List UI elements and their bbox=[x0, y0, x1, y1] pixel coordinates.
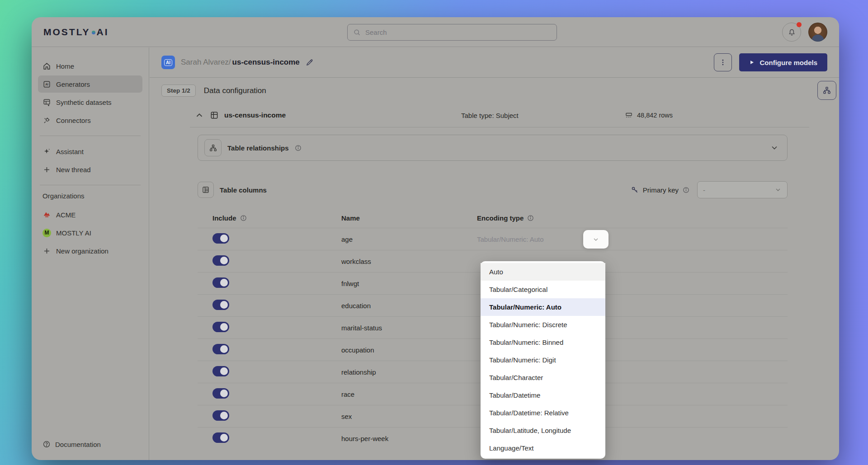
primary-key-select[interactable]: - bbox=[697, 181, 788, 198]
chevron-down-icon bbox=[592, 236, 599, 243]
dropdown-option-tabular-character[interactable]: Tabular/Character bbox=[481, 369, 605, 386]
plus-icon bbox=[42, 247, 51, 255]
search-placeholder: Search bbox=[365, 28, 387, 36]
include-toggle[interactable] bbox=[212, 255, 229, 266]
info-icon bbox=[683, 187, 689, 193]
dropdown-option-tabular-categorical[interactable]: Tabular/Categorical bbox=[481, 281, 605, 298]
expand-relationships-chevron-down-icon[interactable] bbox=[770, 143, 779, 152]
column-name: workclass bbox=[341, 258, 477, 265]
include-toggle[interactable] bbox=[212, 277, 229, 288]
sidebar-item-org-mostly-ai[interactable]: M MOSTLY AI bbox=[38, 224, 142, 241]
column-name: sex bbox=[341, 413, 477, 420]
dropdown-option-tabular-latitude-longitude[interactable]: Tabular/Latitude, Longitude bbox=[481, 422, 605, 439]
mostly-ai-org-icon: M bbox=[42, 229, 51, 237]
sidebar-item-home[interactable]: Home bbox=[38, 57, 142, 75]
primary-key-label: Primary key bbox=[643, 186, 679, 194]
topbar-right bbox=[782, 23, 827, 42]
dropdown-option-tabular-numeric-binned[interactable]: Tabular/Numeric: Binned bbox=[481, 333, 605, 351]
dropdown-option-tabular-numeric-discrete[interactable]: Tabular/Numeric: Discrete bbox=[481, 316, 605, 333]
sidebar-item-synthetic-datasets[interactable]: Synthetic datasets bbox=[38, 94, 142, 111]
edit-name-icon[interactable] bbox=[306, 58, 314, 66]
include-toggle[interactable] bbox=[212, 388, 229, 399]
configure-models-button[interactable]: Configure models bbox=[739, 53, 827, 71]
toggle-knob bbox=[220, 257, 228, 264]
generators-icon: AI bbox=[42, 80, 51, 89]
table-header-row: us-census-income Table type: Subject 48,… bbox=[190, 103, 809, 127]
toggle-knob bbox=[220, 390, 228, 397]
include-toggle[interactable] bbox=[212, 233, 229, 244]
dropdown-option-auto[interactable]: Auto bbox=[481, 263, 605, 281]
sidebar-item-label: New organization bbox=[56, 247, 108, 255]
more-actions-button[interactable] bbox=[714, 53, 732, 71]
info-icon bbox=[295, 145, 302, 151]
sidebar-item-new-organization[interactable]: New organization bbox=[38, 242, 142, 259]
encoding-select-open-button[interactable] bbox=[583, 230, 609, 249]
table-relationships-panel[interactable]: Table relationships bbox=[198, 135, 788, 161]
sidebar-item-assistant[interactable]: Assistant bbox=[38, 143, 142, 160]
sidebar-item-documentation[interactable]: Documentation bbox=[42, 440, 101, 448]
column-name: relationship bbox=[341, 368, 477, 376]
include-toggle[interactable] bbox=[212, 432, 229, 443]
notifications-button[interactable] bbox=[782, 23, 801, 42]
table-columns-icon-box bbox=[198, 182, 214, 198]
logo-text-right: AI bbox=[97, 27, 109, 38]
sidebar-item-connectors[interactable]: Connectors bbox=[38, 112, 142, 129]
toggle-knob bbox=[220, 301, 228, 309]
name-header-label: Name bbox=[341, 214, 360, 222]
breadcrumb-generator-name: us-census-income bbox=[232, 58, 300, 67]
step-badge: Step 1/2 bbox=[161, 85, 196, 97]
include-toggle[interactable] bbox=[212, 300, 229, 310]
dropdown-option-tabular-numeric-auto[interactable]: Tabular/Numeric: Auto bbox=[481, 298, 605, 316]
collapse-table-chevron-up-icon[interactable] bbox=[194, 110, 204, 120]
network-icon bbox=[209, 144, 217, 152]
generator-type-icon: AI bbox=[161, 56, 175, 69]
user-avatar[interactable] bbox=[808, 23, 827, 42]
sidebar-item-label: Synthetic datasets bbox=[56, 99, 112, 106]
sidebar-item-new-thread[interactable]: New thread bbox=[38, 161, 142, 178]
columns-table-header: Include Name Encoding type bbox=[198, 208, 788, 228]
app-window: MOSTLY AI Search Home bbox=[32, 17, 839, 460]
notification-dot bbox=[797, 22, 802, 27]
rows-count-group: 48,842 rows bbox=[625, 111, 673, 119]
include-toggle[interactable] bbox=[212, 344, 229, 354]
column-name: race bbox=[341, 390, 477, 398]
column-name: marital-status bbox=[341, 324, 477, 332]
info-icon bbox=[240, 215, 247, 221]
dropdown-option-language-text[interactable]: Language/Text bbox=[481, 439, 605, 457]
logo-text-left: MOSTLY bbox=[43, 27, 90, 38]
include-header-label: Include bbox=[212, 214, 236, 222]
dropdown-option-tabular-datetime[interactable]: Tabular/Datetime bbox=[481, 386, 605, 404]
table-columns-header: Table columns Primary key - bbox=[198, 181, 788, 199]
dropdown-option-tabular-datetime-relative[interactable]: Tabular/Datetime: Relative bbox=[481, 404, 605, 422]
column-name: education bbox=[341, 302, 477, 310]
organizations-section-label: Organizations bbox=[42, 192, 138, 200]
sidebar-item-generators[interactable]: AI Generators bbox=[38, 75, 142, 93]
column-name: fnlwgt bbox=[341, 280, 477, 287]
primary-key-value: - bbox=[703, 186, 705, 194]
sidebar-item-label: Home bbox=[56, 62, 74, 70]
info-icon bbox=[527, 215, 534, 221]
encoding-header-label: Encoding type bbox=[477, 214, 524, 222]
include-toggle[interactable] bbox=[212, 366, 229, 376]
sidebar-item-label: Assistant bbox=[56, 148, 84, 155]
include-toggle[interactable] bbox=[212, 410, 229, 421]
sidebar-item-label: Connectors bbox=[56, 117, 91, 124]
question-circle-icon bbox=[42, 440, 51, 448]
table-columns-icon bbox=[202, 186, 210, 194]
column-name: hours-per-week bbox=[341, 435, 477, 442]
toggle-knob bbox=[220, 279, 228, 287]
desktop: { "topbar": { "logo_part1": "MOSTLY", "l… bbox=[0, 0, 868, 465]
mostly-ai-logo: MOSTLY AI bbox=[43, 27, 109, 38]
key-icon bbox=[631, 186, 639, 194]
dropdown-option-tabular-numeric-digit[interactable]: Tabular/Numeric: Digit bbox=[481, 351, 605, 369]
sidebar-item-label: Documentation bbox=[55, 441, 101, 448]
toggle-knob bbox=[220, 367, 228, 375]
relationships-view-button[interactable] bbox=[817, 81, 836, 100]
sidebar-item-org-acme[interactable]: ACME bbox=[38, 206, 142, 223]
include-toggle[interactable] bbox=[212, 322, 229, 332]
column-name: occupation bbox=[341, 346, 477, 354]
table-name: us-census-income bbox=[224, 111, 286, 119]
search-input[interactable]: Search bbox=[347, 24, 557, 41]
column-name: age bbox=[341, 235, 477, 243]
breadcrumb-owner: Sarah Alvarez/ bbox=[181, 58, 231, 67]
